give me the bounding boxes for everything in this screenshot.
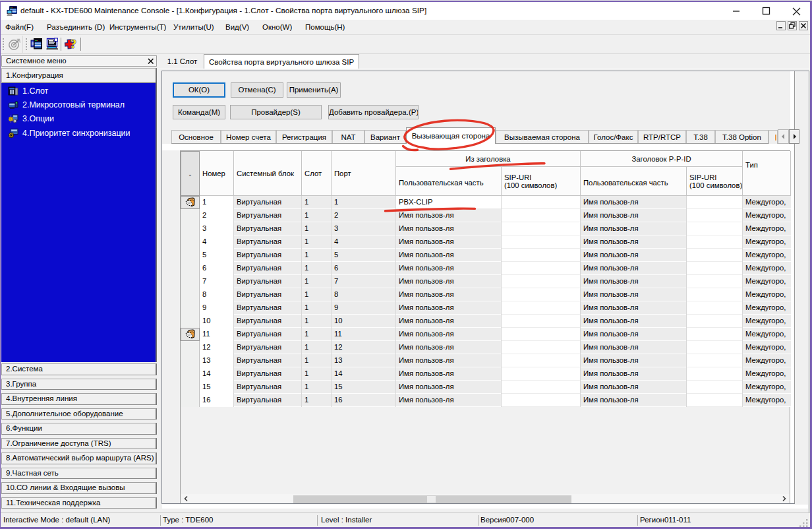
table-row-9-cell[interactable]: Виртуальная	[234, 301, 302, 315]
table-row-13-cell[interactable]: 13	[332, 354, 396, 367]
table-row-3-cell[interactable]: Междугоро,	[743, 222, 791, 235]
table-row-10-cell[interactable]: Имя пользов-ля	[396, 315, 502, 328]
table-row-6-cell[interactable]	[687, 262, 743, 275]
table-row-2-cell[interactable]	[687, 209, 743, 222]
maximize-button[interactable]	[756, 2, 776, 20]
tab-t-38-option[interactable]: T.38 Option	[715, 130, 768, 144]
scroll-right-icon[interactable]	[781, 494, 788, 503]
scroll-left-icon[interactable]	[183, 494, 189, 503]
tab-номер-счета[interactable]: Номер счета	[221, 130, 276, 144]
table-row-13-cell[interactable]: Имя пользов-ля	[581, 354, 687, 367]
table-row-8-cell[interactable]: Междугоро,	[743, 288, 791, 301]
mdi-restore-button[interactable]	[788, 21, 797, 30]
table-row-8-cell[interactable]: 8	[200, 288, 234, 301]
table-row-15-cell[interactable]: Виртуальная	[234, 381, 302, 394]
table-row-16-cell[interactable]: 16	[332, 394, 396, 407]
table-row-8-cell[interactable]	[502, 288, 581, 301]
tree-item-2[interactable]: 2.Микросотовый терминал	[1, 98, 156, 111]
table-row-15-cell[interactable]	[502, 381, 581, 394]
table-row-2-cell[interactable]: 2	[332, 209, 396, 222]
table-row-11-cell[interactable]: Междугоро,	[743, 328, 791, 341]
mdi-tab-sip-gw-port-properties[interactable]: Свойства порта виртуального шлюза SIP	[204, 54, 359, 69]
table-row-5-cell[interactable]: 5	[200, 249, 234, 262]
tab-т-38[interactable]: Т.38	[686, 130, 715, 144]
table-row-7-cell[interactable]: 1	[302, 275, 332, 288]
table-row-4-cell[interactable]	[687, 235, 743, 249]
table-row-11-cell[interactable]	[687, 328, 743, 341]
table-row-12-cell[interactable]	[687, 341, 743, 354]
table-row-1-cell[interactable]: Междугоро,	[743, 196, 791, 209]
sidebar-section-5[interactable]: 5.Дополнительное оборудование	[1, 408, 157, 420]
table-row-3-cell[interactable]: Виртуальная	[234, 222, 302, 235]
ok-button[interactable]: ОК(O)	[173, 82, 225, 98]
table-row-16-cell[interactable]: 16	[200, 394, 234, 407]
sidebar-section-8[interactable]: 8.Автоматический выбор маршрута (ARS)	[1, 452, 157, 464]
tab-вызываемая-сторона[interactable]: Вызываемая сторона	[496, 130, 589, 144]
table-row-9-cell[interactable]	[502, 301, 581, 315]
tab-вызывающая-сторона[interactable]: Вызывающая сторона	[406, 127, 496, 144]
table-row-4-cell[interactable]	[502, 235, 581, 249]
table-row-15-cell[interactable]: Имя пользов-ля	[396, 381, 502, 394]
tab-основное[interactable]: Основное	[171, 130, 221, 144]
table-row-5-cell[interactable]	[687, 249, 743, 262]
table-row-1-cell[interactable]: Виртуальная	[234, 196, 302, 209]
table-row-8-cell[interactable]: Имя пользов-ля	[581, 288, 687, 301]
table-row-9-cell[interactable]: 9	[200, 301, 234, 315]
table-row-6-cell[interactable]: 6	[200, 262, 234, 275]
sidebar-section-3[interactable]: 3.Группа	[1, 379, 157, 390]
sidebar-section-6[interactable]: 6.Функции	[1, 423, 157, 435]
table-row-10-cell[interactable]: Междугоро,	[743, 315, 791, 328]
table-row-10-cell[interactable]: Имя пользов-ля	[581, 315, 687, 328]
table-row-14-cell[interactable]: Имя пользов-ля	[581, 367, 687, 381]
table-row-13-cell[interactable]: Виртуальная	[234, 354, 302, 367]
table-row-10-cell[interactable]: 1	[302, 315, 332, 328]
table-row-15-cell[interactable]	[687, 381, 743, 394]
table-row-13-cell[interactable]: 1	[302, 354, 332, 367]
table-row-8-cell[interactable]: Имя пользов-ля	[396, 288, 502, 301]
add-provider-button[interactable]: Добавить провайдера.(P)	[328, 105, 419, 119]
table-row-7-cell[interactable]: 7	[332, 275, 396, 288]
table-row-11-cell[interactable]: 1	[302, 328, 332, 341]
tree-item-3[interactable]: 3.Опции	[1, 112, 156, 125]
sidebar-section-9[interactable]: 9.Частная сеть	[1, 468, 157, 480]
table-row-11-cell[interactable]	[502, 328, 581, 341]
table-row-3-cell[interactable]: 1	[302, 222, 332, 235]
table-row-7-cell[interactable]: Имя пользов-ля	[581, 275, 687, 288]
table-row-14-cell[interactable]	[687, 367, 743, 381]
table-row-14-cell[interactable]: 14	[200, 367, 234, 381]
table-row-16-cell[interactable]: Виртуальная	[234, 394, 302, 407]
sidebar-section-7[interactable]: 7.Ограничение доступа (TRS)	[1, 438, 157, 450]
table-row-4-cell[interactable]: Имя пользов-ля	[396, 235, 502, 249]
table-row-12-cell[interactable]: Имя пользов-ля	[581, 341, 687, 354]
table-row-9-cell[interactable]: Имя пользов-ля	[396, 301, 502, 315]
tab-scroll-right-button[interactable]	[789, 129, 800, 144]
table-row-1-cell[interactable]	[502, 196, 581, 209]
table-row-14-cell[interactable]: Междугоро,	[743, 367, 791, 381]
table-row-6-cell[interactable]: Виртуальная	[234, 262, 302, 275]
table-row-3-cell[interactable]: 3	[332, 222, 396, 235]
table-row-1-cell[interactable]: Имя пользов-ля	[581, 196, 687, 209]
table-row-3-cell[interactable]: Имя пользов-ля	[581, 222, 687, 235]
table-row-2-cell[interactable]: Виртуальная	[234, 209, 302, 222]
table-row-2-cell[interactable]	[502, 209, 581, 222]
table-row-4-cell[interactable]: Междугоро,	[743, 235, 791, 249]
sidebar-section-4[interactable]: 4.Внутренняя линия	[1, 393, 157, 405]
table-row-9-cell[interactable]	[687, 301, 743, 315]
table-row-9-cell[interactable]: 1	[302, 301, 332, 315]
table-row-10-cell[interactable]: Виртуальная	[234, 315, 302, 328]
sidebar-section-10[interactable]: 10.СО линии & Входящие вызовы	[1, 482, 157, 494]
table-row-1-cell[interactable]: 1	[332, 196, 396, 209]
table-row-14-cell[interactable]: 14	[332, 367, 396, 381]
table-row-1-cell[interactable]: 1	[200, 196, 234, 209]
table-row-5-cell[interactable]: Имя пользов-ля	[396, 249, 502, 262]
table-row-12-cell[interactable]: 12	[332, 341, 396, 354]
table-row-7-cell[interactable]	[502, 275, 581, 288]
table-row-14-cell[interactable]	[502, 367, 581, 381]
table-row-2-cell[interactable]: 1	[302, 209, 332, 222]
table-row-11-cell[interactable]: Виртуальная	[234, 328, 302, 341]
tab-nat[interactable]: NAT	[332, 130, 364, 144]
table-row-16-cell[interactable]: Имя пользов-ля	[396, 394, 502, 407]
table-row-4-cell[interactable]: Виртуальная	[234, 235, 302, 249]
table-row-12-cell[interactable]: Имя пользов-ля	[396, 341, 502, 354]
pc-maintenance-icon[interactable]	[45, 38, 59, 50]
